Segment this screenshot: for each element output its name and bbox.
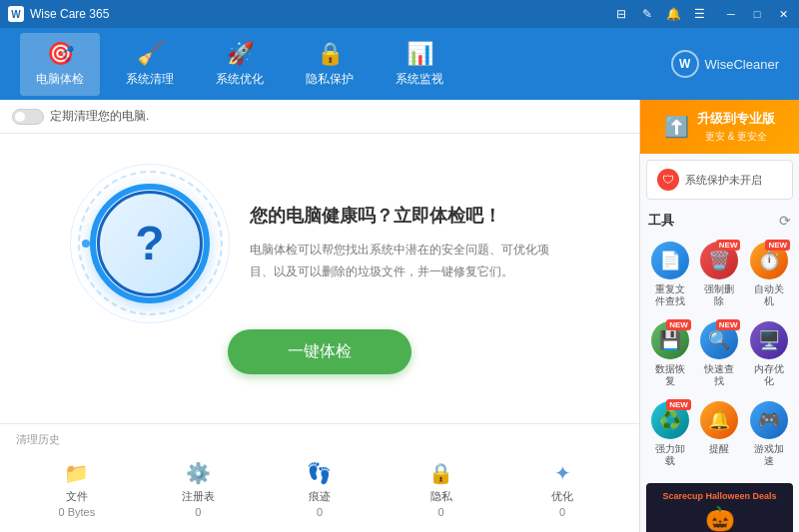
- close-button[interactable]: ✕: [771, 4, 795, 24]
- brand-logo-circle: W: [671, 50, 699, 78]
- tool-shutdown-label: 自动关机: [749, 283, 789, 307]
- halloween-ad-title: Scarecup Halloween Deals: [654, 491, 785, 501]
- tool-memory-icon: 🖥️: [750, 321, 788, 359]
- tool-force-del-label: 强制删除: [700, 283, 740, 307]
- monitor-icon: 📊: [406, 41, 433, 67]
- health-info: 您的电脑健康吗？立即体检吧！ 电脑体检可以帮您找出系统中潜在的安全问题、可优化项…: [250, 204, 549, 282]
- protection-icon: 🛡: [657, 169, 679, 191]
- tool-uninstall-icon: ♻️ NEW: [651, 401, 689, 439]
- window-controls: ─ □ ✕: [719, 0, 795, 28]
- halloween-icon: 🎃: [654, 505, 785, 532]
- tool-auto-shutdown[interactable]: ⏱️ NEW 自动关机: [747, 238, 791, 311]
- tool-game-boost[interactable]: 🎮 游戏加速: [747, 397, 791, 471]
- nav-item-optimize[interactable]: 🚀 系统优化: [200, 33, 280, 96]
- tool-uninstall[interactable]: ♻️ NEW 强力卸载: [648, 397, 692, 471]
- upgrade-subtitle: 更安 & 更安全: [697, 130, 775, 144]
- history-items: 📁 文件 0 Bytes ⚙️ 注册表 0 👣 痕迹 0 🔒 隐私: [16, 455, 623, 524]
- clean-label: 系统清理: [126, 71, 174, 88]
- data-new-badge: NEW: [666, 319, 691, 330]
- tool-recover-label: 重复文件查找: [650, 283, 690, 307]
- halloween-ad[interactable]: Scarecup Halloween Deals 🎃 UPTO 78% OFF …: [646, 483, 793, 532]
- nav-item-monitor[interactable]: 📊 系统监视: [380, 33, 459, 96]
- left-content: 定期清理您的电脑. ? 您的电脑健康吗？立即体检吧！ 电脑体检可以帮您找出系统中…: [0, 100, 639, 532]
- schedule-label: 定期清理您的电脑.: [50, 108, 149, 125]
- tools-section: 工具 ⟳ 📄 重复文件查找 🗑️ NEW 强制删除: [640, 206, 799, 477]
- history-item-privacy: 🔒 隐私 0: [381, 455, 502, 524]
- titlebar-icon-3[interactable]: 🔔: [663, 4, 683, 24]
- navbar: 🎯 电脑体检 🧹 系统清理 🚀 系统优化 🔒 隐私保护 📊 系统监视 W Wis…: [0, 28, 799, 100]
- uninstall-new-badge: NEW: [666, 399, 691, 410]
- privacy-hist-value: 0: [438, 506, 444, 518]
- schedule-toggle[interactable]: [12, 109, 44, 125]
- tool-shutdown-icon: ⏱️ NEW: [750, 242, 788, 279]
- app-logo: W: [8, 6, 24, 22]
- maximize-button[interactable]: □: [745, 4, 769, 24]
- tool-recover-files[interactable]: 📄 重复文件查找: [648, 238, 692, 311]
- traces-value: 0: [317, 506, 323, 518]
- optimize-icon: 🚀: [227, 41, 254, 67]
- tool-game-label: 游戏加速: [749, 443, 789, 467]
- traces-icon: 👣: [307, 461, 332, 485]
- registry-value: 0: [195, 506, 201, 518]
- health-description: 电脑体检可以帮您找出系统中潜在的安全问题、可优化项目、以及可以删除的垃圾文件，并…: [250, 240, 549, 282]
- titlebar-icon-1[interactable]: ⊟: [611, 4, 631, 24]
- brand-name: WiseCleaner: [705, 57, 779, 72]
- tool-recover-icon: 📄: [651, 242, 689, 279]
- tool-memory-optimize[interactable]: 🖥️ 内存优化: [747, 317, 791, 391]
- tools-title: 工具: [648, 212, 674, 230]
- tool-force-delete[interactable]: 🗑️ NEW 强制删除: [698, 238, 742, 311]
- nav-item-health[interactable]: 🎯 电脑体检: [20, 33, 100, 96]
- tool-search-label: 快速查找: [700, 363, 740, 387]
- titlebar-extra-icons: ⊟ ✎ 🔔 ☰: [611, 4, 709, 24]
- upgrade-banner[interactable]: ⬆️ 升级到专业版 更安 & 更安全: [640, 100, 799, 154]
- registry-label: 注册表: [182, 489, 215, 504]
- tool-game-icon: 🎮: [750, 401, 788, 439]
- question-mark: ?: [135, 216, 164, 270]
- tool-memory-label: 内存优化: [749, 363, 789, 387]
- registry-icon: ⚙️: [186, 461, 211, 485]
- protection-status[interactable]: 🛡 系统保护未开启: [646, 160, 793, 200]
- titlebar-icon-2[interactable]: ✎: [637, 4, 657, 24]
- privacy-hist-icon: 🔒: [428, 461, 453, 485]
- history-section: 清理历史 📁 文件 0 Bytes ⚙️ 注册表 0 👣 痕迹 0: [0, 423, 639, 532]
- tool-search-icon: 🔍 NEW: [700, 321, 738, 359]
- nav-item-privacy[interactable]: 🔒 隐私保护: [290, 33, 370, 96]
- files-value: 0 Bytes: [58, 506, 95, 518]
- titlebar-icon-4[interactable]: ☰: [689, 4, 709, 24]
- files-label: 文件: [66, 489, 88, 504]
- search-new-badge: NEW: [716, 319, 741, 330]
- main-layout: 定期清理您的电脑. ? 您的电脑健康吗？立即体检吧！ 电脑体检可以帮您找出系统中…: [0, 100, 799, 532]
- tools-header: 工具 ⟳: [648, 212, 791, 230]
- optimize-label: 系统优化: [216, 71, 264, 88]
- monitor-label: 系统监视: [396, 71, 443, 88]
- privacy-icon: 🔒: [317, 41, 344, 67]
- tool-uninstall-label: 强力卸载: [650, 443, 690, 467]
- right-sidebar: ⬆️ 升级到专业版 更安 & 更安全 🛡 系统保护未开启 工具 ⟳ 📄: [639, 100, 799, 532]
- health-icon: 🎯: [47, 41, 74, 67]
- history-item-optimize: ✦ 优化 0: [501, 455, 623, 524]
- health-label: 电脑体检: [36, 71, 84, 88]
- tool-reminder[interactable]: 🔔 提醒: [698, 397, 742, 471]
- nav-items: 🎯 电脑体检 🧹 系统清理 🚀 系统优化 🔒 隐私保护 📊 系统监视: [20, 33, 459, 96]
- nav-item-clean[interactable]: 🧹 系统清理: [110, 33, 190, 96]
- tool-data-icon: 💾 NEW: [651, 321, 689, 359]
- health-circle: ?: [90, 184, 210, 303]
- one-click-check-button[interactable]: 一键体检: [228, 329, 411, 374]
- shutdown-new-badge: NEW: [765, 240, 790, 251]
- clean-icon: 🧹: [137, 41, 164, 67]
- tool-quick-search[interactable]: 🔍 NEW 快速查找: [698, 317, 742, 391]
- history-item-files: 📁 文件 0 Bytes: [16, 455, 138, 524]
- tools-refresh-icon[interactable]: ⟳: [779, 213, 791, 229]
- titlebar: W Wise Care 365 ⊟ ✎ 🔔 ☰ ─ □ ✕: [0, 0, 799, 28]
- minimize-button[interactable]: ─: [719, 4, 743, 24]
- toolbar: 定期清理您的电脑.: [0, 100, 639, 134]
- tool-remind-label: 提醒: [709, 443, 729, 455]
- brand-logo: W WiseCleaner: [671, 50, 779, 78]
- health-title: 您的电脑健康吗？立即体检吧！: [250, 204, 549, 228]
- history-item-registry: ⚙️ 注册表 0: [138, 455, 260, 524]
- app-title: Wise Care 365: [30, 7, 109, 21]
- tool-data-recovery[interactable]: 💾 NEW 数据恢复: [648, 317, 692, 391]
- traces-label: 痕迹: [309, 489, 331, 504]
- optimize-hist-value: 0: [559, 506, 565, 518]
- health-area: ? 您的电脑健康吗？立即体检吧！ 电脑体检可以帮您找出系统中潜在的安全问题、可优…: [0, 134, 639, 423]
